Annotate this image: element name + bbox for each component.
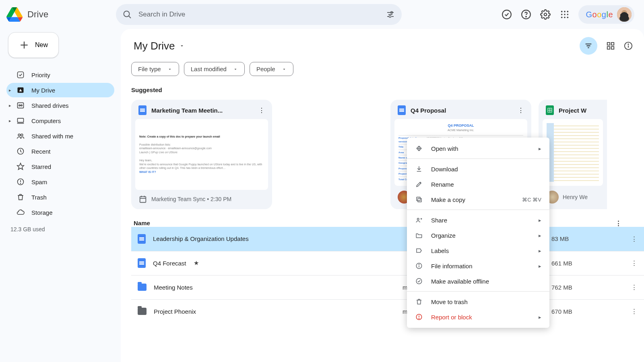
ctx-item-info[interactable]: File information▸ [407, 258, 549, 274]
new-button[interactable]: New [8, 32, 59, 58]
ctx-item-download[interactable]: Download [407, 161, 549, 177]
sidebar-item-recent[interactable]: Recent [6, 144, 114, 158]
main-panel: My Drive File type Last modified People … [121, 29, 644, 362]
ctx-item-trash[interactable]: Move to trash [407, 294, 549, 309]
file-list-header: Name Size ⋮ [131, 220, 644, 227]
expand-icon[interactable]: ▸ [9, 88, 11, 93]
filter-chip-people[interactable]: People [250, 62, 293, 76]
ctx-label: Make available offline [431, 278, 541, 285]
sidebar-item-trash[interactable]: Trash [6, 190, 114, 204]
svg-point-14 [561, 17, 563, 19]
file-row[interactable]: Q4 Forecast ★ou661 MB⋮ [131, 251, 644, 275]
sidebar-item-my-drive[interactable]: ▸ My Drive [6, 83, 114, 97]
ctx-item-open[interactable]: Open with▸ [407, 141, 549, 156]
shared-folder-icon [138, 308, 147, 315]
search-icon [122, 10, 132, 19]
ctx-label: Labels [431, 247, 530, 254]
ctx-label: Make a copy [431, 196, 514, 203]
header: Drive Google [0, 0, 644, 29]
file-row[interactable]: Meeting NotesmeDec 7, 2021 Manuel Corral… [131, 275, 644, 299]
svg-rect-41 [611, 43, 614, 45]
submenu-arrow-icon: ▸ [539, 146, 541, 152]
file-size: 670 MB [551, 308, 624, 315]
ctx-item-rename[interactable]: Rename [407, 177, 549, 192]
svg-point-8 [561, 11, 563, 12]
svg-rect-43 [611, 47, 614, 49]
file-row[interactable]: Leadership & Organization UpdatesSwamina… [131, 227, 644, 251]
svg-point-13 [567, 14, 569, 15]
file-more-icon[interactable]: ⋮ [624, 235, 644, 243]
ctx-label: File information [431, 263, 530, 269]
ctx-item-share[interactable]: Share▸ [407, 212, 549, 228]
settings-icon[interactable] [540, 9, 551, 20]
chevron-down-icon [179, 43, 185, 49]
ctx-item-labels[interactable]: Labels▸ [407, 243, 549, 258]
location-breadcrumb[interactable]: My Drive [131, 38, 187, 54]
sidebar-item-spam[interactable]: Spam [6, 175, 114, 189]
sidebar-item-storage[interactable]: Storage [6, 205, 114, 220]
filter-toggle-button[interactable] [580, 37, 597, 55]
sidebar-item-starred[interactable]: Starred [6, 159, 114, 174]
svg-rect-40 [607, 43, 610, 45]
submenu-arrow-icon: ▸ [539, 232, 541, 239]
docs-icon [138, 258, 146, 268]
svg-point-12 [564, 14, 566, 15]
header-icons: Google [407, 5, 638, 24]
card-more-icon[interactable]: ⋮ [518, 107, 524, 114]
expand-icon[interactable]: ▸ [9, 118, 11, 123]
priority-icon [16, 71, 25, 79]
filter-chip-modified[interactable]: Last modified [184, 62, 245, 76]
ctx-item-copy[interactable]: Make a copy⌘C ⌘V [407, 192, 549, 207]
sidebar-item-shared-with-me[interactable]: Shared with me [6, 129, 114, 143]
docs-icon [138, 234, 146, 244]
svg-point-46 [628, 44, 628, 44]
open-icon [415, 145, 423, 152]
file-thumbnail: Note: Create a copy of this doc to prepa… [135, 119, 268, 190]
help-icon[interactable] [520, 9, 532, 20]
account-chip[interactable]: Google [578, 5, 634, 24]
card-more-icon[interactable]: ⋮ [258, 107, 265, 114]
account-avatar[interactable] [617, 7, 632, 22]
file-row[interactable]: Project PhoenixmeAug 17, 2020 Mustafa Kr… [131, 299, 644, 323]
drive-logo-icon [6, 6, 23, 23]
sidebar-item-priority[interactable]: Priority [6, 68, 114, 82]
details-button[interactable] [624, 41, 633, 50]
copy-icon [415, 196, 423, 203]
svg-point-4 [503, 10, 512, 19]
apps-icon[interactable] [559, 9, 570, 20]
grid-view-button[interactable] [606, 41, 615, 50]
search-options-icon[interactable] [386, 10, 395, 19]
header-more-icon[interactable]: ⋮ [610, 220, 626, 227]
sidebar-item-computers[interactable]: ▸ Computers [6, 113, 114, 128]
storage-used-label: 12.3 GB used [6, 220, 114, 238]
file-more-icon[interactable]: ⋮ [624, 308, 644, 315]
svg-line-1 [129, 16, 131, 18]
sidebar-item-shared-drives[interactable]: ▸ Shared drives [6, 98, 114, 113]
svg-point-11 [561, 14, 563, 15]
spam-icon [16, 178, 25, 186]
expand-icon[interactable]: ▸ [9, 103, 11, 108]
suggested-card[interactable]: Marketing Team Meetin... ⋮ Note: Create … [131, 100, 272, 209]
report-icon [415, 313, 423, 321]
trash-icon [415, 298, 423, 305]
filter-chip-filetype[interactable]: File type [131, 62, 179, 76]
search-bar[interactable] [116, 4, 402, 25]
star-icon [16, 162, 25, 171]
ctx-item-report[interactable]: Report or block▸ [407, 309, 549, 325]
file-more-icon[interactable]: ⋮ [624, 259, 644, 267]
file-more-icon[interactable]: ⋮ [624, 284, 644, 291]
search-input[interactable] [138, 10, 379, 19]
svg-point-10 [567, 11, 569, 12]
offline-status-icon[interactable] [501, 9, 512, 20]
logo-area[interactable]: Drive [6, 6, 111, 23]
sheets-icon [546, 105, 554, 115]
file-name: Leadership & Organization Updates [153, 235, 249, 242]
svg-rect-56 [417, 197, 420, 201]
ctx-item-organize[interactable]: Organize▸ [407, 228, 549, 243]
info-icon [415, 262, 423, 269]
ctx-item-offline[interactable]: Make available offline [407, 274, 549, 289]
share-icon [415, 216, 423, 224]
file-size: 762 MB [551, 284, 624, 291]
file-name: Project Phoenix [154, 308, 196, 315]
trash-icon [16, 193, 25, 201]
